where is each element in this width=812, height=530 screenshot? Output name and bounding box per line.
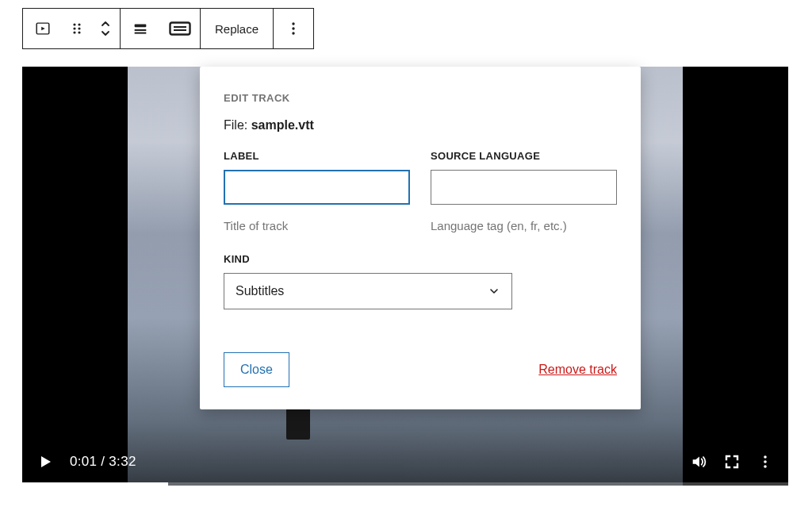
svg-point-2 — [78, 23, 80, 25]
video-block: EDIT TRACK File: sample.vtt LABEL Title … — [22, 67, 788, 486]
svg-point-13 — [292, 22, 294, 25]
video-controls: 0:01 / 3:32 — [22, 438, 788, 486]
svg-point-1 — [73, 23, 75, 25]
video-block-icon-button[interactable] — [23, 9, 63, 48]
svg-rect-7 — [135, 25, 147, 28]
progress-track[interactable] — [22, 482, 788, 486]
time-display: 0:01 / 3:32 — [70, 454, 136, 470]
file-prefix: File: — [224, 118, 251, 132]
toolbar-group-block — [23, 9, 121, 48]
more-vertical-icon — [285, 20, 301, 37]
lang-heading: SOURCE LANGUAGE — [431, 150, 617, 162]
video-block-icon — [34, 20, 52, 37]
replace-label: Replace — [215, 22, 259, 36]
popover-footer: Close Remove track — [224, 352, 617, 387]
edit-track-popover: EDIT TRACK File: sample.vtt LABEL Title … — [200, 67, 641, 409]
lang-help: Language tag (en, fr, etc.) — [431, 219, 617, 232]
fields-row: LABEL Title of track SOURCE LANGUAGE Lan… — [224, 150, 617, 232]
label-help: Title of track — [224, 219, 410, 232]
svg-rect-9 — [135, 33, 147, 34]
kind-value: Subtitles — [236, 284, 284, 298]
close-button[interactable]: Close — [224, 352, 289, 387]
volume-button[interactable] — [682, 445, 715, 478]
chevron-updown-icon — [98, 17, 113, 40]
drag-handle-icon — [71, 20, 83, 37]
svg-point-3 — [73, 27, 75, 29]
player-more-button[interactable] — [749, 445, 782, 478]
kind-select[interactable]: Subtitles — [224, 273, 512, 309]
fullscreen-icon — [724, 454, 740, 470]
svg-point-15 — [292, 32, 294, 34]
captions-icon — [168, 20, 192, 37]
fullscreen-button[interactable] — [715, 445, 749, 478]
remove-label: Remove track — [538, 363, 617, 376]
toolbar-group-align — [121, 9, 201, 48]
svg-point-4 — [78, 27, 80, 29]
file-name: sample.vtt — [251, 118, 314, 132]
more-options-button[interactable] — [274, 9, 313, 48]
label-column: LABEL Title of track — [224, 150, 410, 232]
svg-point-16 — [764, 455, 767, 459]
more-vertical-icon — [757, 454, 773, 470]
svg-point-17 — [764, 460, 767, 463]
play-button[interactable] — [29, 445, 62, 478]
svg-point-6 — [78, 31, 80, 33]
remove-track-link[interactable]: Remove track — [538, 363, 617, 377]
chevron-down-icon — [488, 285, 500, 298]
svg-point-14 — [292, 27, 294, 29]
align-button[interactable] — [121, 9, 160, 48]
kind-heading: KIND — [224, 253, 617, 265]
align-icon — [132, 20, 149, 37]
kind-section: KIND Subtitles — [224, 253, 617, 309]
drag-handle-button[interactable] — [63, 9, 91, 48]
text-tracks-button[interactable] — [160, 9, 200, 48]
popover-title: EDIT TRACK — [224, 92, 617, 104]
progress-fill — [22, 482, 168, 486]
mover-buttons[interactable] — [91, 9, 120, 48]
svg-rect-10 — [170, 23, 190, 35]
toolbar-group-replace: Replace — [201, 9, 274, 48]
label-heading: LABEL — [224, 150, 410, 162]
track-file-line: File: sample.vtt — [224, 118, 617, 132]
svg-point-18 — [764, 465, 767, 468]
volume-icon — [690, 453, 707, 470]
video-frame-silhouette — [286, 408, 310, 440]
lang-column: SOURCE LANGUAGE Language tag (en, fr, et… — [431, 150, 617, 232]
svg-rect-8 — [135, 29, 147, 31]
block-toolbar: Replace — [22, 8, 314, 49]
close-label: Close — [240, 363, 273, 376]
svg-point-5 — [73, 31, 75, 33]
lang-input[interactable] — [431, 170, 617, 205]
replace-button[interactable]: Replace — [201, 9, 273, 48]
toolbar-group-more — [274, 9, 313, 48]
play-icon — [38, 455, 52, 469]
label-input[interactable] — [224, 170, 410, 205]
